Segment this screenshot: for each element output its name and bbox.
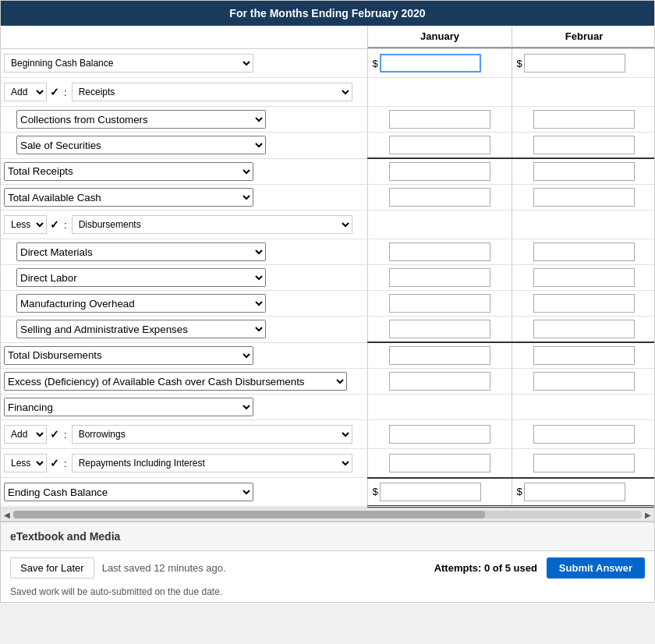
- sale-securities-select[interactable]: Sale of Securities: [16, 136, 266, 154]
- sale-securities-feb-input[interactable]: [533, 136, 635, 154]
- scroll-track[interactable]: [13, 511, 642, 518]
- total-disbursements-jan-input[interactable]: [389, 346, 490, 365]
- excess-deficiency-select[interactable]: Excess (Deficiency) of Available Cash ov…: [4, 372, 347, 391]
- selling-admin-feb-input[interactable]: [533, 320, 635, 338]
- total-available-row: Total Available Cash: [1, 185, 655, 211]
- borrowings-type-select[interactable]: Borrowings Receipts Disbursements: [72, 425, 352, 444]
- collections-row: Collections from Customers: [1, 107, 655, 133]
- ending-cash-row: Ending Cash Balance $ $: [1, 478, 655, 507]
- beginning-cash-feb-input[interactable]: [524, 54, 625, 73]
- less-repayments-row: Less Add ✓ : Repayments Including Intere…: [1, 449, 655, 478]
- last-saved-text: Last saved 12 minutes ago.: [102, 562, 226, 574]
- january-header: January: [367, 26, 512, 48]
- add-borrowings-row: Add Less ✓ : Borrowings Receipts Disburs…: [1, 420, 655, 449]
- sale-securities-row: Sale of Securities: [1, 133, 655, 159]
- colon-1: ✓: [50, 86, 59, 98]
- dollar-sign-feb-beginning: $: [517, 58, 522, 69]
- dollar-sign-jan-beginning: $: [373, 58, 378, 69]
- repayments-jan-input[interactable]: [389, 454, 490, 472]
- direct-materials-feb-input[interactable]: [533, 242, 635, 261]
- colon-separator-3: :: [64, 429, 67, 441]
- direct-materials-select[interactable]: Direct Materials: [16, 242, 266, 261]
- less-disbursements-row: Less Add ✓ : Disbursements Receipts Borr…: [1, 211, 655, 239]
- footer-left: Save for Later Last saved 12 minutes ago…: [10, 557, 226, 579]
- add-prefix-select[interactable]: Add Less: [4, 83, 47, 101]
- manufacturing-overhead-select[interactable]: Manufacturing Overhead: [16, 294, 266, 313]
- colon-separator-2: :: [64, 219, 67, 231]
- dollar-sign-feb-ending: $: [517, 486, 522, 497]
- etextbook-label: eTextbook and Media: [10, 530, 120, 543]
- total-receipts-row: Total Receipts: [1, 158, 655, 185]
- total-disbursements-row: Total Disbursements: [1, 342, 655, 369]
- ending-cash-feb-input[interactable]: [524, 483, 625, 501]
- repayments-prefix-select[interactable]: Less Add: [4, 454, 47, 472]
- save-for-later-button[interactable]: Save for Later: [10, 557, 94, 579]
- total-receipts-select[interactable]: Total Receipts: [4, 162, 253, 181]
- excess-deficiency-row: Excess (Deficiency) of Available Cash ov…: [1, 369, 655, 395]
- total-disbursements-feb-input[interactable]: [533, 346, 635, 365]
- colon-2: ✓: [50, 218, 59, 231]
- total-receipts-feb-input[interactable]: [533, 162, 635, 181]
- receipts-type-select[interactable]: Receipts Disbursements Borrowings: [72, 83, 352, 101]
- add-receipts-row: Add Less ✓ : Receipts Disbursements Borr…: [1, 78, 655, 107]
- total-receipts-jan-input[interactable]: [389, 162, 490, 181]
- direct-materials-row: Direct Materials: [1, 239, 655, 265]
- manufacturing-overhead-feb-input[interactable]: [533, 294, 635, 313]
- borrowings-jan-input[interactable]: [389, 425, 490, 444]
- scroll-thumb[interactable]: [13, 511, 485, 518]
- direct-labor-select[interactable]: Direct Labor: [16, 268, 266, 287]
- auto-submit-text: Saved work will be auto-submitted on the…: [1, 585, 654, 602]
- collections-jan-input[interactable]: [389, 110, 490, 129]
- total-disbursements-select[interactable]: Total Disbursements: [4, 346, 253, 365]
- disbursements-type-select[interactable]: Disbursements Receipts Borrowings: [72, 215, 352, 234]
- selling-admin-select[interactable]: Selling and Administrative Expenses: [16, 320, 266, 338]
- page-title: For the Months Ending February 2020: [1, 1, 654, 26]
- colon-separator-4: :: [64, 458, 67, 469]
- beginning-cash-jan-input[interactable]: [380, 54, 481, 73]
- borrowings-prefix-select[interactable]: Add Less: [4, 425, 47, 444]
- beginning-cash-row: Beginning Cash Balance $ $: [1, 49, 655, 78]
- february-header: Februar: [512, 26, 655, 48]
- colon-4: ✓: [50, 457, 59, 469]
- scroll-left-arrow[interactable]: ◀: [4, 511, 10, 519]
- attempts-text: Attempts: 0 of 5 used: [434, 562, 537, 574]
- footer-right: Attempts: 0 of 5 used Submit Answer: [434, 557, 645, 579]
- direct-labor-row: Direct Labor: [1, 265, 655, 291]
- manufacturing-overhead-row: Manufacturing Overhead: [1, 291, 655, 317]
- direct-labor-feb-input[interactable]: [533, 268, 635, 287]
- manufacturing-overhead-jan-input[interactable]: [389, 294, 490, 313]
- sale-securities-jan-input[interactable]: [389, 136, 490, 154]
- financing-row: Financing: [1, 395, 655, 420]
- direct-materials-jan-input[interactable]: [389, 242, 490, 261]
- financing-select[interactable]: Financing: [4, 398, 253, 416]
- excess-deficiency-jan-input[interactable]: [389, 372, 490, 391]
- repayments-type-select[interactable]: Repayments Including Interest Borrowings: [72, 454, 352, 472]
- borrowings-feb-input[interactable]: [533, 425, 635, 444]
- total-available-feb-input[interactable]: [533, 188, 635, 207]
- scroll-right-arrow[interactable]: ▶: [645, 511, 651, 519]
- total-available-select[interactable]: Total Available Cash: [4, 188, 253, 207]
- submit-answer-button[interactable]: Submit Answer: [547, 557, 645, 579]
- less-prefix-select[interactable]: Less Add: [4, 215, 47, 234]
- etextbook-bar: eTextbook and Media: [1, 522, 654, 550]
- footer-bar: Save for Later Last saved 12 minutes ago…: [1, 550, 654, 585]
- excess-deficiency-feb-input[interactable]: [533, 372, 635, 391]
- direct-labor-jan-input[interactable]: [389, 268, 490, 287]
- collections-feb-input[interactable]: [533, 110, 635, 129]
- total-available-jan-input[interactable]: [389, 188, 490, 207]
- selling-admin-jan-input[interactable]: [389, 320, 490, 338]
- dollar-sign-jan-ending: $: [373, 486, 378, 497]
- ending-cash-jan-input[interactable]: [380, 483, 481, 501]
- collections-select[interactable]: Collections from Customers: [16, 110, 266, 129]
- repayments-feb-input[interactable]: [533, 454, 635, 472]
- colon-separator-1: :: [64, 87, 67, 98]
- selling-admin-row: Selling and Administrative Expenses: [1, 317, 655, 343]
- beginning-cash-select[interactable]: Beginning Cash Balance: [4, 54, 253, 73]
- ending-cash-select[interactable]: Ending Cash Balance: [4, 483, 253, 501]
- horizontal-scrollbar[interactable]: ◀ ▶: [1, 508, 654, 522]
- colon-3: ✓: [50, 428, 59, 441]
